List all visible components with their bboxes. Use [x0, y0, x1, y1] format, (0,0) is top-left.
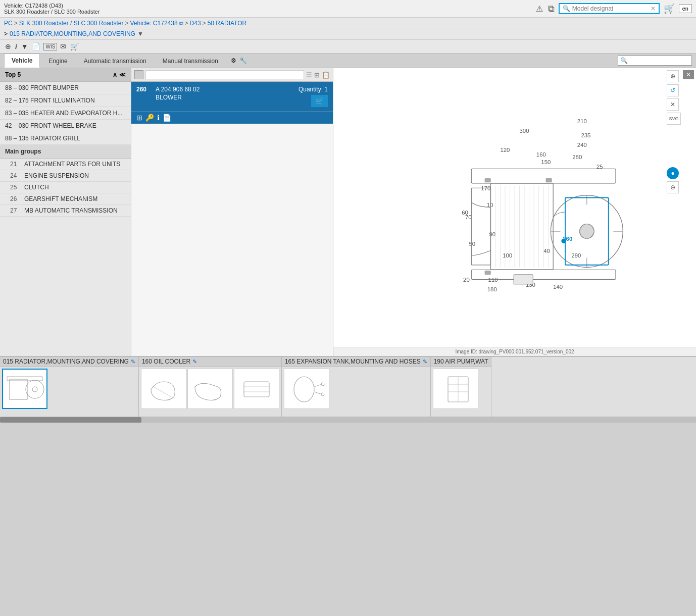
thumb-160-img-1[interactable] — [141, 369, 186, 409]
copy-icon[interactable]: ⧉ — [547, 3, 556, 15]
part-key-icon[interactable]: 🔑 — [145, 114, 154, 122]
breadcrumb-50radiator[interactable]: 50 RADIATOR — [208, 20, 247, 27]
breadcrumb-015[interactable]: 015 RADIATOR,MOUNTING,AND COVERING — [10, 30, 135, 37]
group-num-26: 26 — [10, 195, 20, 202]
cart-toolbar-icon[interactable]: 🛒 — [69, 41, 80, 52]
wis-icon[interactable]: WIS — [43, 43, 57, 50]
zoom-out-diagram-icon[interactable]: ⊖ — [667, 181, 679, 193]
breadcrumb-second: > 015 RADIATOR,MOUNTING,AND COVERING ▼ — [0, 29, 696, 40]
scrollbar-track — [0, 417, 696, 423]
part-doc-icon[interactable]: 📄 — [163, 114, 171, 122]
thumb-190-images — [431, 367, 491, 417]
document-icon[interactable]: 📄 — [31, 41, 41, 52]
diagram-close-button[interactable]: ✕ — [683, 70, 694, 79]
part-code: A 204 906 68 02 — [156, 86, 294, 93]
close-diagram-icon[interactable]: ✕ — [667, 98, 679, 111]
bottom-scrollbar[interactable] — [0, 417, 696, 423]
sidebar-group-24[interactable]: 24 ENGINE SUSPENSION — [0, 170, 131, 182]
group-name-24: ENGINE SUSPENSION — [24, 172, 89, 179]
breadcrumb-slk[interactable]: SLK 300 Roadster / SLC 300 Roadster — [19, 20, 124, 27]
list-view-icon[interactable]: ☰ — [306, 71, 312, 79]
scrollbar-thumb[interactable] — [0, 417, 141, 423]
sidebar-item-frontwheelbrake[interactable]: 42 – 030 FRONT WHEEL BRAKE — [0, 120, 131, 132]
dropdown-icon[interactable]: ▼ — [137, 30, 143, 37]
group-num-27: 27 — [10, 207, 20, 214]
language-selector[interactable]: en — [679, 4, 692, 13]
breadcrumb-pc[interactable]: PC — [4, 20, 13, 27]
group-name-25: CLUTCH — [24, 184, 49, 191]
tab-search-box[interactable]: 🔍 — [618, 56, 692, 66]
thumb-section-165-header: 165 EXPANSION TANK,MOUNTING AND HOSES ✎ — [282, 357, 430, 367]
tab-search-input[interactable] — [629, 58, 689, 64]
search-icon: 🔍 — [563, 5, 570, 12]
svg-text:150: 150 — [541, 159, 551, 165]
tab-manual-transmission[interactable]: Manual transmission — [155, 54, 226, 68]
cart-icon-top[interactable]: 🛒 — [663, 2, 676, 15]
sidebar-group-25[interactable]: 25 CLUTCH — [0, 182, 131, 193]
tab-extra-icon1[interactable]: ⚙ — [231, 57, 236, 64]
part-table-icon[interactable]: ⊞ — [136, 114, 142, 122]
info-icon[interactable]: i — [14, 42, 18, 52]
part-item-260[interactable]: 260 A 204 906 68 02 BLOWER Quantity: 1 🛒 — [131, 82, 333, 111]
document-view-icon[interactable]: 📋 — [322, 71, 330, 79]
thumb-160-img-3[interactable] — [234, 369, 279, 409]
sidebar-item-radiatorgrill[interactable]: 88 – 135 RADIATOR GRILL — [0, 132, 131, 145]
part-number: 260 — [136, 86, 152, 93]
sidebar-group-26[interactable]: 26 GEARSHIFT MECHANISM — [0, 193, 131, 205]
sidebar-item-frontbumper[interactable]: 88 – 030 FRONT BUMPER — [0, 82, 131, 94]
info-circle-icon[interactable]: ● — [667, 167, 679, 179]
model-search-box[interactable]: 🔍 ✕ — [559, 3, 660, 14]
top-bar-right: ⚠ ⧉ 🔍 ✕ 🛒 en — [535, 2, 692, 15]
thumb-160-edit-icon[interactable]: ✎ — [192, 358, 197, 365]
thumb-015-edit-icon[interactable]: ✎ — [131, 358, 135, 365]
vehicle-copy-icon[interactable]: ⧉ — [179, 20, 183, 27]
svg-text:120: 120 — [500, 147, 510, 153]
breadcrumb-vehicle[interactable]: Vehicle: C172438 — [130, 20, 178, 27]
model-search-input[interactable] — [572, 5, 651, 12]
part-search-input[interactable] — [145, 70, 304, 79]
toolbar-icons: ⊕ i ▼ 📄 WIS ✉ 🛒 — [0, 40, 696, 54]
svg-text:240: 240 — [577, 142, 587, 148]
grid-view-icon[interactable]: ⊞ — [314, 71, 320, 79]
thumb-160-images — [139, 367, 281, 417]
warning-icon[interactable]: ⚠ — [535, 3, 544, 15]
sidebar-group-27[interactable]: 27 MB AUTOMATIC TRANSMISSION — [0, 205, 131, 217]
zoom-in-icon[interactable]: ⊕ — [4, 41, 12, 52]
thumb-015-img-1[interactable] — [2, 369, 47, 409]
thumb-165-edit-icon[interactable]: ✎ — [423, 358, 427, 365]
zoom-in-diagram-icon[interactable]: ⊕ — [667, 70, 679, 82]
center-toolbar: ☰ ⊞ 📋 — [131, 68, 333, 82]
thumb-190-img-1[interactable] — [433, 369, 478, 409]
group-name-26: GEARSHIFT MECHANISM — [24, 195, 97, 202]
tab-vehicle[interactable]: Vehicle — [4, 54, 40, 68]
clear-search-icon[interactable]: ✕ — [651, 5, 656, 12]
svg-text:100: 100 — [503, 252, 512, 259]
sidebar-collapse-icon[interactable]: ∧ — [113, 71, 117, 78]
sidebar-group-21[interactable]: 21 ATTACHMENT PARTS FOR UNITS — [0, 159, 131, 170]
thumb-section-190: 190 AIR PUMP,WAT — [431, 357, 492, 417]
sidebar-close-icon[interactable]: ≪ — [119, 71, 126, 78]
email-icon[interactable]: ✉ — [59, 41, 67, 52]
tab-automatic-transmission[interactable]: Automatic transmission — [76, 54, 154, 68]
history-icon[interactable]: ↺ — [667, 84, 679, 96]
diagram-right-icons: ⊕ ↺ ✕ SVG ● ⊖ — [667, 70, 681, 193]
svg-text:290: 290 — [571, 252, 581, 259]
thumb-165-img-1[interactable] — [284, 369, 329, 409]
tab-extra-icon2[interactable]: 🔧 — [239, 57, 247, 64]
breadcrumb-d43[interactable]: D43 — [190, 20, 201, 27]
thumb-section-160-header: 160 OIL COOLER ✎ — [139, 357, 281, 367]
sidebar-item-frontillumination[interactable]: 82 – 175 FRONT ILLUMINATION — [0, 94, 131, 107]
thumb-160-img-2[interactable] — [187, 369, 233, 409]
svg-text:50: 50 — [469, 241, 476, 247]
sidebar-item-heater[interactable]: 83 – 035 HEATER AND EVAPORATOR H... — [0, 107, 131, 120]
add-to-cart-button[interactable]: 🛒 — [311, 95, 328, 107]
filter-icon[interactable]: ▼ — [20, 41, 29, 52]
part-details: A 204 906 68 02 BLOWER — [156, 86, 294, 101]
tab-engine[interactable]: Engine — [41, 54, 75, 68]
svg-rect-60 — [190, 372, 230, 406]
group-num-25: 25 — [10, 184, 20, 191]
part-info-icon[interactable]: ℹ — [157, 114, 160, 122]
svg-icon[interactable]: SVG — [667, 113, 681, 125]
sidebar-top5-header: Top 5 ∧ ≪ — [0, 68, 131, 82]
thumb-section-015: 015 RADIATOR,MOUNTING,AND COVERING ✎ — [0, 357, 139, 417]
